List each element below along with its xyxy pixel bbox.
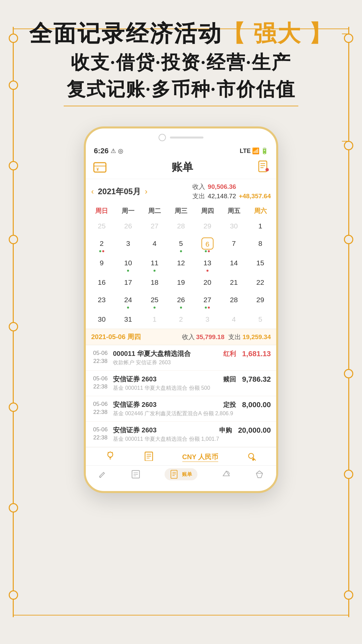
cal-cell-w3d0[interactable]: 16	[88, 274, 115, 292]
cal-cell-w0d3[interactable]: 28	[168, 218, 194, 235]
cal-cell-w3d1[interactable]: 17	[115, 274, 141, 292]
header-line2: 收支·借贷·投资·经营·生产	[13, 50, 349, 75]
cal-cell-w0d6[interactable]: 1	[247, 218, 274, 235]
cal-cell-w2d0[interactable]: 9	[88, 255, 115, 274]
status-bar: 6:26 ⚠ ◎ LTE 📶 🔋	[86, 145, 276, 157]
cal-cell-w1d0[interactable]: 2	[88, 235, 115, 255]
header-section: 全面记录经济活动【 强大 】 收支·借贷·投资·经营·生产 复式记账·多币种·市…	[0, 0, 362, 116]
expense-label: 支出	[192, 192, 205, 201]
transaction-item-2[interactable]: 05-06 22:38 安信证券 2603 定投 8,000.00 基金 002…	[86, 396, 276, 422]
cal-cell-w2d3[interactable]: 12	[168, 255, 194, 274]
trans-name-0: 000011 华夏大盘精选混合	[113, 349, 191, 358]
cal-cell-w5d0[interactable]: 30	[88, 311, 115, 329]
cal-cell-w3d4[interactable]: 20	[194, 274, 221, 292]
bottom-toolbar: CNY 人民币	[86, 447, 276, 465]
currency-selector[interactable]: CNY 人民币	[182, 452, 218, 462]
cal-cell-w4d5[interactable]: 28	[221, 292, 247, 311]
svg-line-13	[108, 452, 109, 453]
nav-item-chart[interactable]	[222, 470, 231, 479]
cal-cell-w0d1[interactable]: 26	[115, 218, 141, 235]
cal-cell-w1d6[interactable]: 8	[247, 235, 274, 255]
cal-cell-w0d2[interactable]: 27	[141, 218, 168, 235]
nav-item-edit[interactable]	[98, 470, 107, 479]
cal-cell-w0d5[interactable]: 30	[221, 218, 247, 235]
nav-item-bill[interactable]: 账单	[165, 468, 197, 480]
cal-week-1: 2345678	[88, 235, 274, 255]
search-icon[interactable]	[247, 451, 257, 463]
prev-month-button[interactable]: ‹	[91, 187, 94, 196]
cal-cell-w3d6[interactable]: 22	[247, 274, 274, 292]
status-circle-icon: ◎	[118, 147, 123, 155]
trans-amount-3: 20,000.00	[238, 426, 271, 435]
cal-cell-w1d1[interactable]: 3	[115, 235, 141, 255]
cal-cell-w4d2[interactable]: 25	[141, 292, 168, 311]
notes-icon[interactable]	[144, 451, 154, 463]
trans-sub-0: 收款帐户 安信证券 2603	[113, 359, 271, 366]
income-label: 收入	[192, 182, 205, 191]
selected-date-label: 2021-05-06 周四	[91, 332, 141, 341]
cal-header-周日: 周日	[88, 204, 115, 218]
status-lte: LTE	[240, 148, 251, 155]
cal-cell-w5d6[interactable]: 5	[247, 311, 274, 329]
cal-cell-w5d4[interactable]: 3	[194, 311, 221, 329]
trans-type-1: 赎回	[223, 375, 236, 384]
cal-week-5: 303112345	[88, 311, 274, 329]
cal-cell-w4d4[interactable]: 27	[194, 292, 221, 311]
trans-type-3: 申购	[219, 426, 232, 435]
cal-cell-w0d0[interactable]: 25	[88, 218, 115, 235]
cal-cell-w0d4[interactable]: 29	[194, 218, 221, 235]
trans-sub-1: 基金 000011 华夏大盘精选混合 份额 500	[113, 385, 271, 392]
svg-point-8	[108, 452, 113, 457]
cal-week-4: 23242526272829	[88, 292, 274, 311]
phone-outer: 6:26 ⚠ ◎ LTE 📶 🔋 ¥ 账单	[84, 126, 278, 493]
svg-line-12	[112, 452, 113, 453]
nav-item-records[interactable]	[131, 470, 140, 479]
phone-camera	[159, 134, 166, 141]
transaction-item-3[interactable]: 05-06 22:38 安信证券 2603 申购 20,000.00 基金 00…	[86, 422, 276, 447]
cal-cell-w4d0[interactable]: 23	[88, 292, 115, 311]
app-logo: ¥	[93, 160, 107, 175]
trans-name-3: 安信证券 2603	[113, 426, 157, 435]
svg-line-21	[104, 473, 105, 474]
cal-cell-w5d3[interactable]: 2	[168, 311, 194, 329]
income-value: 90,506.36	[208, 183, 236, 191]
cal-cell-w1d3[interactable]: 5	[168, 235, 194, 255]
trans-type-2: 定投	[223, 400, 236, 409]
status-right: LTE 📶 🔋	[240, 147, 268, 155]
cal-cell-w3d5[interactable]: 21	[221, 274, 247, 292]
cal-cell-w5d5[interactable]: 4	[221, 311, 247, 329]
bulb-icon[interactable]	[105, 451, 115, 463]
month-label: 2021年05月	[98, 186, 141, 197]
deco-circle-left-8	[9, 590, 18, 600]
trans-date-1: 05-06 22:38	[91, 375, 110, 391]
cal-cell-w2d4[interactable]: 13	[194, 255, 221, 274]
trans-date-2: 05-06 22:38	[91, 400, 110, 416]
selected-income-label: 收入	[182, 333, 195, 341]
transaction-item-1[interactable]: 05-06 22:38 安信证券 2603 赎回 9,786.32 基金 000…	[86, 371, 276, 396]
cal-cell-w5d1[interactable]: 31	[115, 311, 141, 329]
cal-cell-w3d3[interactable]: 19	[168, 274, 194, 292]
cal-cell-w4d1[interactable]: 24	[115, 292, 141, 311]
cal-cell-w1d2[interactable]: 4	[141, 235, 168, 255]
next-month-button[interactable]: ›	[145, 187, 147, 196]
nav-item-diamond[interactable]	[255, 470, 264, 479]
month-stats: 收入 90,506.36 支出 42,148.72 +48,357.64	[192, 182, 271, 201]
cal-cell-w1d4[interactable]: 6	[194, 235, 221, 255]
cal-cell-w2d1[interactable]: 10	[115, 255, 141, 274]
cal-cell-w5d2[interactable]: 1	[141, 311, 168, 329]
cal-cell-w2d5[interactable]: 14	[221, 255, 247, 274]
cal-cell-w2d2[interactable]: 11	[141, 255, 168, 274]
trans-content-1: 安信证券 2603 赎回 9,786.32 基金 000011 华夏大盘精选混合…	[113, 375, 271, 392]
trans-amount-2: 8,000.00	[242, 400, 271, 409]
status-alert-icon: ⚠	[111, 147, 116, 155]
transaction-item-0[interactable]: 05-06 22:38 000011 华夏大盘精选混合 红利 1,681.13 …	[86, 345, 276, 371]
selected-expense-label: 支出	[228, 333, 241, 341]
cal-cell-w4d3[interactable]: 26	[168, 292, 194, 311]
cal-cell-w4d6[interactable]: 29	[247, 292, 274, 311]
app-header-note-icon[interactable]	[257, 160, 269, 175]
calendar-table: 周日周一周二周三周四周五周六 2526272829301234567891011…	[88, 204, 274, 329]
cal-cell-w2d6[interactable]: 15	[247, 255, 274, 274]
phone-notch	[86, 128, 276, 145]
cal-cell-w3d2[interactable]: 18	[141, 274, 168, 292]
cal-cell-w1d5[interactable]: 7	[221, 235, 247, 255]
